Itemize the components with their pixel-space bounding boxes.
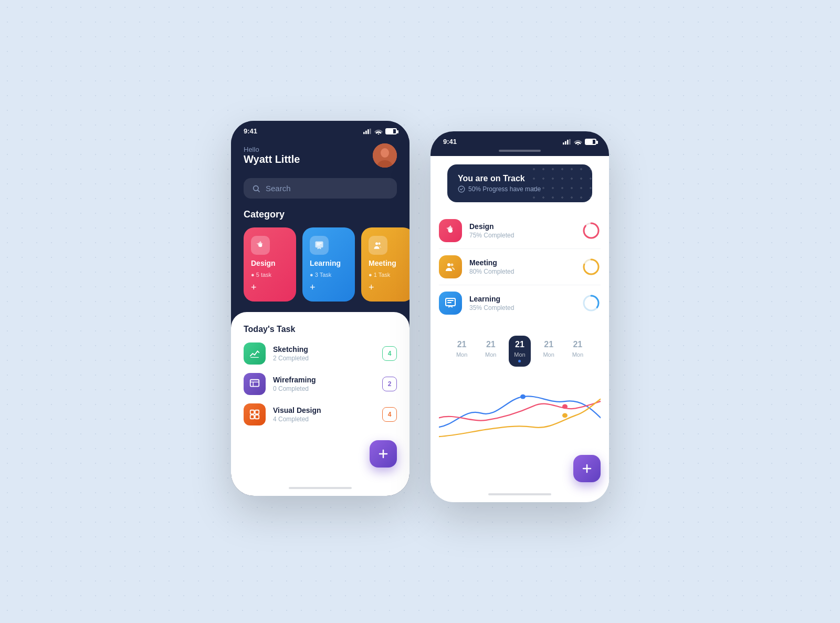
task-badge-wireframing: 2 [382,377,397,391]
sketching-icon [244,342,266,365]
progress-icon-meeting [439,255,462,278]
search-bar[interactable] [244,178,397,199]
status-bar-1: 9:41 [231,121,410,139]
progress-icon-design [439,219,462,242]
svg-point-41 [562,404,568,409]
time-2: 9:41 [443,138,457,146]
cat-name-meeting: Meeting [369,259,406,267]
cat-tasks-design: 5 task [251,272,289,278]
search-input[interactable] [266,184,388,193]
time-1: 9:41 [244,127,257,135]
progress-pct-design: 75% Completed [469,232,574,239]
visual-design-icon [244,403,266,425]
progress-name-learning: Learning [469,295,574,303]
svg-rect-11 [317,243,322,244]
tasks-title: Today's Task [244,325,397,334]
svg-point-42 [562,413,568,418]
phone2-body: You are on Track 50% Progress have made [430,156,609,486]
svg-rect-20 [250,415,254,419]
wireframing-icon [244,373,266,395]
cat-card-learning[interactable]: Learning 3 Task + [302,227,355,302]
task-name-visual-design: Visual Design [273,406,375,414]
progress-pct-learning: 35% Completed [469,304,574,312]
svg-rect-25 [569,139,571,144]
cal-day-3[interactable]: 21 Mon [538,336,559,367]
cat-name-design: Design [251,259,289,267]
home-bar-1 [231,480,410,496]
design-icon [251,236,270,255]
meeting-icon [369,236,387,255]
progress-item-meeting[interactable]: Meeting 80% Completed [439,249,601,285]
add-icon-1 [377,448,390,460]
svg-point-14 [378,243,380,245]
cat-tasks-meeting: 1 Task [369,272,406,278]
cal-day-1[interactable]: 21 Mon [480,336,501,367]
chart-svg [439,371,601,441]
signal-icon-2 [563,139,571,145]
svg-rect-12 [317,244,320,245]
greeting-text: Hello [244,146,300,153]
cat-card-design[interactable]: Design 5 task + [244,227,296,302]
svg-point-40 [520,394,526,399]
svg-point-32 [451,264,454,266]
task-item-visual-design[interactable]: Visual Design 4 Completed 4 [244,403,397,425]
task-completed-wireframing: 0 Completed [273,385,375,392]
progress-item-design[interactable]: Design 75% Completed [439,213,601,249]
category-title: Category [231,209,410,227]
cat-card-meeting[interactable]: Meeting 1 Task + [361,227,410,302]
svg-rect-19 [255,410,259,414]
home-bar-2 [430,486,609,502]
cal-day-4[interactable]: 21 Mon [567,336,589,367]
learning-icon [310,236,329,255]
wifi-icon [374,128,383,134]
status-bar-2: 9:41 [430,131,609,150]
progress-item-learning[interactable]: Learning 35% Completed [439,285,601,321]
avatar[interactable] [373,143,397,168]
svg-rect-37 [447,302,452,303]
calendar-row: 21 Mon 21 Mon 21 Mon 21 Mon 21 [439,327,601,371]
svg-point-27 [458,186,465,192]
cal-day-0[interactable]: 21 Mon [451,336,472,367]
username-text: Wyatt Little [244,153,300,165]
progress-pct-meeting: 80% Completed [469,268,574,275]
svg-rect-3 [370,128,371,134]
category-row: Design 5 task + Learning 3 Task + Meetin… [231,227,410,302]
ring-meeting [582,257,601,276]
svg-rect-18 [250,410,254,414]
search-icon [252,184,260,193]
fab-1[interactable] [370,440,397,468]
task-item-sketching[interactable]: Sketching 2 Completed 4 [244,342,397,365]
svg-rect-15 [250,380,259,387]
task-name-wireframing: Wireframing [273,376,375,384]
task-badge-sketching: 4 [382,346,397,361]
progress-name-meeting: Meeting [469,258,574,267]
svg-point-31 [447,263,450,266]
task-completed-sketching: 2 Completed [273,355,375,362]
svg-rect-2 [368,129,369,134]
fab-2[interactable] [573,455,601,482]
check-circle-icon [458,185,465,193]
svg-rect-23 [565,141,566,144]
svg-rect-10 [316,242,323,248]
phone-1: 9:41 Hello Wyatt Little [231,121,410,496]
task-item-wireframing[interactable]: Wireframing 0 Completed 2 [244,373,397,395]
svg-point-13 [375,242,378,245]
wifi-icon-2 [574,139,582,145]
svg-rect-1 [365,130,367,134]
phone-2: 9:41 [430,131,609,502]
svg-point-30 [584,223,598,238]
cal-day-2[interactable]: 21 Mon [509,336,530,367]
signal-icon [363,128,372,134]
svg-rect-0 [363,132,365,134]
task-completed-visual-design: 4 Completed [273,416,375,423]
track-banner: You are on Track 50% Progress have made [447,164,592,202]
header-1: Hello Wyatt Little [231,139,410,178]
cat-tasks-learning: 3 Task [310,272,348,278]
chart-area [439,371,601,450]
progress-icon-learning [439,292,462,315]
svg-rect-24 [567,140,569,144]
svg-point-6 [381,148,389,158]
add-icon-2 [581,462,593,475]
task-name-sketching: Sketching [273,345,375,354]
ring-design [582,221,601,240]
